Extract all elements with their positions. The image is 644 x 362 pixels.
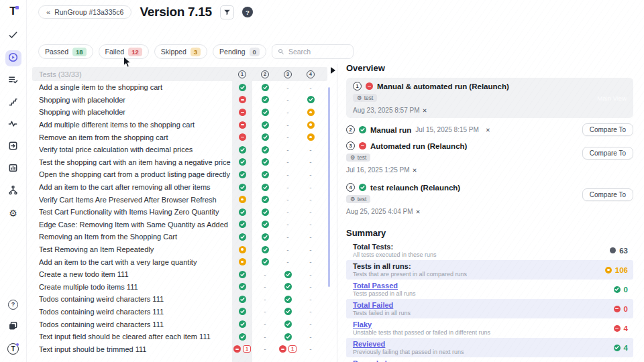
test-row[interactable]: Open the shopping cart from a product li… — [32, 168, 327, 181]
test-row[interactable]: Add an item to the cart with a very larg… — [32, 255, 327, 268]
run-number-badge[interactable]: 4 — [307, 70, 315, 78]
passed-icon — [614, 286, 621, 293]
test-name: Todos containing weird characters 111 — [39, 295, 231, 303]
sidebar-item-reports[interactable] — [5, 161, 21, 177]
passed-icon — [262, 184, 269, 191]
no-result: - — [309, 345, 311, 353]
no-result: - — [286, 233, 288, 241]
test-row[interactable]: Test the shopping cart with an item havi… — [32, 156, 327, 169]
test-row[interactable]: Create a new todo item 111-- — [32, 268, 327, 281]
run-item[interactable]: 2Manual runJul 15, 2025 8:15 PM✕Compare … — [346, 123, 633, 136]
passed-icon — [262, 208, 269, 216]
passed-icon — [239, 296, 246, 303]
no-result: - — [286, 258, 288, 265]
test-row[interactable]: Todos containing weird characters 111-- — [32, 293, 327, 306]
chip-label: Failed — [105, 48, 125, 56]
help-button[interactable]: ? — [242, 7, 253, 17]
test-row[interactable]: Verify Cart Items Are Preserved After Br… — [32, 193, 327, 206]
search-input[interactable] — [288, 48, 345, 56]
test-row[interactable]: Shopping with placeholder- — [32, 94, 327, 107]
status-cell — [231, 158, 254, 166]
sidebar-item-import[interactable] — [5, 139, 21, 155]
remove-run-icon[interactable]: ✕ — [423, 107, 427, 114]
collapse-panel-icon[interactable] — [331, 67, 335, 74]
status-cell — [276, 333, 299, 341]
summary-link[interactable]: Total Failed — [353, 301, 411, 310]
test-row[interactable]: Create multiple todo items 111-- — [32, 281, 327, 294]
status-cell — [254, 196, 276, 203]
filter-chip-passed[interactable]: Passed18 — [38, 44, 93, 59]
test-name: Todos containing weird characters 111 — [39, 320, 231, 328]
comment-badge[interactable]: 1 — [288, 345, 297, 353]
sidebar-item-plans[interactable] — [5, 72, 21, 88]
sidebar-item-branches[interactable] — [5, 183, 21, 199]
no-result: - — [309, 221, 311, 228]
sidebar-item-tests[interactable] — [5, 28, 21, 44]
test-row[interactable]: Test Cart Functionality with Items Havin… — [32, 206, 327, 219]
search-box[interactable] — [272, 44, 354, 59]
summary-link[interactable]: Total Passed — [353, 282, 416, 290]
status-cell: - — [276, 171, 299, 178]
no-result: - — [264, 283, 266, 290]
test-row[interactable]: Remove an item from the shopping cart- — [32, 131, 327, 143]
app-logo[interactable]: T — [9, 5, 16, 17]
status-cell: - — [276, 221, 299, 228]
test-row[interactable]: Test Removing an Item Repeatedly-- — [32, 243, 327, 256]
test-row[interactable]: Text input should be trimmed 1111-1- — [32, 343, 327, 355]
passed-icon — [239, 171, 246, 178]
status-cell: - — [276, 158, 299, 166]
sidebar-item-projects[interactable] — [5, 318, 21, 335]
summary-subtitle: Tests failed in all runs — [353, 310, 411, 317]
summary-subtitle: Tests that are present in all compared r… — [353, 271, 467, 278]
test-row[interactable]: Removing an Item from the Shopping Cart-… — [32, 231, 327, 243]
summary-link[interactable]: Degraded — [353, 359, 463, 362]
summary-link[interactable]: Flaky — [353, 320, 490, 329]
back-to-rungroup-button[interactable]: « RunGroup #13a335c6 — [38, 5, 131, 19]
summary-row: Total FailedTests failed in all runs0 — [346, 299, 633, 318]
run-item[interactable]: 3Automated run (Relaunch)⚙︎testJul 16, 2… — [346, 137, 633, 178]
status-cell: - — [299, 221, 322, 228]
remove-run-icon[interactable]: ✕ — [416, 208, 421, 215]
filter-chip-skipped[interactable]: Skipped3 — [154, 44, 207, 59]
sidebar-item-account[interactable]: T — [5, 341, 21, 357]
test-row[interactable]: Shopping with placeholder- — [32, 106, 327, 119]
filter-chip-pending[interactable]: Pending0 — [213, 44, 266, 59]
compare-to-button[interactable]: Compare To — [582, 188, 633, 201]
panel-splitter-handle[interactable] — [328, 87, 330, 287]
sidebar-nav: ⚙︎ — [5, 28, 21, 221]
test-row[interactable]: Add multiple different items to the shop… — [32, 119, 327, 131]
run-number-badge[interactable]: 2 — [261, 70, 269, 78]
test-row[interactable]: Todos containing weird characters 111-- — [32, 306, 327, 318]
run-item[interactable]: 1Manual & automated run (Relaunch)⚙︎test… — [346, 78, 633, 118]
sidebar-item-help[interactable]: ? — [5, 296, 21, 312]
summary-link[interactable]: Revieved — [353, 340, 464, 349]
test-row[interactable]: Add an item to the cart after removing a… — [32, 181, 327, 194]
sidebar-item-runs[interactable] — [5, 50, 21, 66]
remove-run-icon[interactable]: ✕ — [413, 167, 417, 174]
test-row[interactable]: Add a single item to the shopping cart-- — [32, 81, 327, 94]
skipped-icon — [239, 246, 246, 253]
summary-row: DegradedPreviously passed that failed in… — [346, 357, 633, 362]
status-cell: - — [299, 345, 322, 353]
run-number-badge[interactable]: 3 — [284, 70, 292, 78]
test-name: Create a new todo item 111 — [39, 270, 231, 278]
status-cell — [254, 184, 276, 191]
sidebar-item-settings[interactable]: ⚙︎ — [5, 205, 21, 221]
sidebar-item-milestones[interactable] — [5, 95, 21, 111]
run-number-badge: 4 — [346, 183, 355, 192]
test-row[interactable]: Text input field should be cleared after… — [32, 330, 327, 343]
compare-to-button[interactable]: Compare To — [582, 147, 633, 160]
skipped-icon — [239, 196, 246, 203]
run-number-badge[interactable]: 1 — [238, 70, 246, 78]
filter-chip-failed[interactable]: Failed12 — [99, 44, 149, 59]
remove-run-icon[interactable]: ✕ — [486, 127, 490, 133]
test-row[interactable]: Verify total price calculation with deci… — [32, 143, 327, 156]
comment-badge[interactable]: 1 — [243, 345, 251, 353]
filter-button[interactable] — [220, 5, 234, 19]
run-item[interactable]: 4test relaunch (Relaunch)⚙︎testAug 25, 2… — [346, 179, 633, 219]
skipped-icon — [307, 109, 315, 116]
test-row[interactable]: Edge Case: Removing Item with Same Quant… — [32, 219, 327, 231]
test-row[interactable]: Todos containing weird characters 111-- — [32, 318, 327, 330]
compare-to-button[interactable]: Compare To — [582, 123, 633, 136]
sidebar-item-analytics[interactable] — [5, 117, 21, 133]
